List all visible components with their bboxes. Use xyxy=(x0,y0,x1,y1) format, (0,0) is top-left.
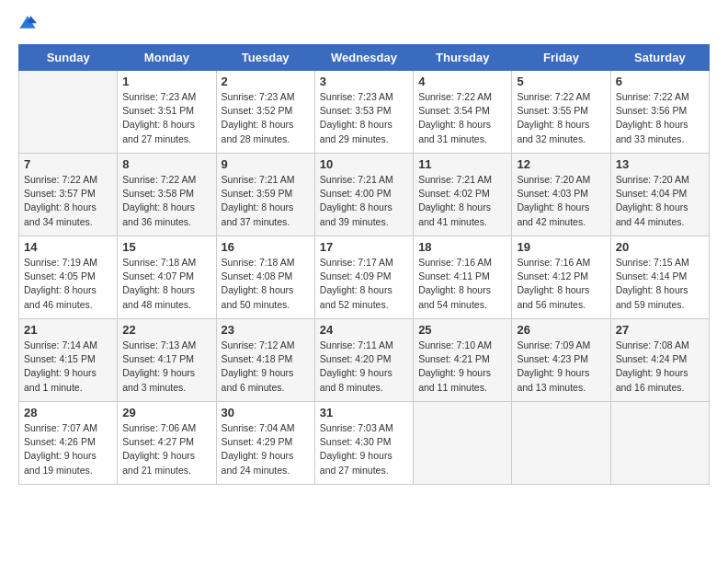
calendar-cell: 29Sunrise: 7:06 AMSunset: 4:27 PMDayligh… xyxy=(118,402,216,485)
cell-info-line: Sunset: 4:17 PM xyxy=(122,353,194,364)
cell-info: Sunrise: 7:14 AMSunset: 4:15 PMDaylight:… xyxy=(24,339,112,395)
cell-info-line: Daylight: 9 hours xyxy=(24,367,97,378)
cell-info: Sunrise: 7:21 AMSunset: 4:00 PMDaylight:… xyxy=(320,173,408,229)
cell-info-line: Daylight: 8 hours xyxy=(222,119,294,130)
cell-info: Sunrise: 7:20 AMSunset: 4:04 PMDaylight:… xyxy=(616,173,704,229)
cell-info: Sunrise: 7:18 AMSunset: 4:08 PMDaylight:… xyxy=(222,256,310,312)
day-number: 24 xyxy=(320,323,408,337)
cell-info-line: Sunset: 4:00 PM xyxy=(320,188,392,199)
day-header-monday: Monday xyxy=(118,45,216,71)
cell-info-line: Sunset: 4:03 PM xyxy=(517,188,588,199)
cell-info-line: and 27 minutes. xyxy=(320,465,389,476)
cell-info: Sunrise: 7:18 AMSunset: 4:07 PMDaylight:… xyxy=(122,256,210,312)
cell-info-line: Sunset: 4:30 PM xyxy=(320,436,392,447)
calendar-cell: 28Sunrise: 7:07 AMSunset: 4:26 PMDayligh… xyxy=(19,402,118,485)
calendar-cell xyxy=(414,402,512,485)
day-number: 11 xyxy=(418,157,506,171)
cell-info-line: Sunrise: 7:18 AM xyxy=(222,257,295,268)
cell-info-line: Sunrise: 7:16 AM xyxy=(517,257,590,268)
cell-info: Sunrise: 7:20 AMSunset: 4:03 PMDaylight:… xyxy=(517,173,605,229)
cell-info-line: and 21 minutes. xyxy=(122,465,191,476)
cell-info-line: Sunset: 4:07 PM xyxy=(122,270,194,282)
calendar-cell: 13Sunrise: 7:20 AMSunset: 4:04 PMDayligh… xyxy=(610,154,709,236)
cell-info-line: Sunset: 3:55 PM xyxy=(517,105,588,116)
cell-info-line: Sunrise: 7:19 AM xyxy=(24,257,97,268)
cell-info-line: and 13 minutes. xyxy=(517,382,586,393)
cell-info: Sunrise: 7:11 AMSunset: 4:20 PMDaylight:… xyxy=(320,339,408,395)
cell-info-line: and 28 minutes. xyxy=(222,133,290,144)
cell-info-line: and 16 minutes. xyxy=(616,382,685,393)
day-number: 29 xyxy=(122,406,210,419)
cell-info-line: Sunset: 3:58 PM xyxy=(122,188,194,199)
day-header-thursday: Thursday xyxy=(414,45,512,71)
week-row-2: 14Sunrise: 7:19 AMSunset: 4:05 PMDayligh… xyxy=(19,236,710,319)
cell-info-line: Sunset: 4:04 PM xyxy=(616,188,688,199)
cell-info-line: Sunset: 4:08 PM xyxy=(222,270,293,282)
calendar-cell: 27Sunrise: 7:08 AMSunset: 4:24 PMDayligh… xyxy=(610,319,709,402)
cell-info: Sunrise: 7:23 AMSunset: 3:51 PMDaylight:… xyxy=(122,90,210,146)
cell-info-line: Daylight: 8 hours xyxy=(418,284,491,295)
cell-info-line: and 19 minutes. xyxy=(24,465,93,476)
day-header-saturday: Saturday xyxy=(610,45,709,71)
cell-info-line: and 44 minutes. xyxy=(616,216,685,227)
calendar-cell: 12Sunrise: 7:20 AMSunset: 4:03 PMDayligh… xyxy=(512,154,610,236)
calendar-cell: 2Sunrise: 7:23 AMSunset: 3:52 PMDaylight… xyxy=(216,71,314,154)
day-number: 8 xyxy=(122,157,210,171)
cell-info: Sunrise: 7:22 AMSunset: 3:54 PMDaylight:… xyxy=(418,90,506,146)
week-row-1: 7Sunrise: 7:22 AMSunset: 3:57 PMDaylight… xyxy=(19,154,710,236)
calendar-cell: 16Sunrise: 7:18 AMSunset: 4:08 PMDayligh… xyxy=(216,236,314,319)
cell-info-line: Sunset: 3:59 PM xyxy=(222,188,293,199)
cell-info-line: Sunrise: 7:22 AM xyxy=(122,174,196,185)
cell-info-line: Sunrise: 7:04 AM xyxy=(222,422,295,433)
cell-info-line: Daylight: 8 hours xyxy=(616,284,688,295)
day-number: 26 xyxy=(517,323,605,337)
cell-info-line: Sunset: 3:56 PM xyxy=(616,105,688,116)
cell-info-line: Daylight: 8 hours xyxy=(122,201,195,213)
cell-info-line: Daylight: 8 hours xyxy=(616,201,688,213)
week-row-4: 28Sunrise: 7:07 AMSunset: 4:26 PMDayligh… xyxy=(19,402,710,485)
cell-info-line: Sunrise: 7:16 AM xyxy=(418,257,492,268)
calendar-cell: 9Sunrise: 7:21 AMSunset: 3:59 PMDaylight… xyxy=(216,154,314,236)
calendar-cell: 25Sunrise: 7:10 AMSunset: 4:21 PMDayligh… xyxy=(414,319,512,402)
day-number: 4 xyxy=(418,75,506,88)
cell-info: Sunrise: 7:23 AMSunset: 3:52 PMDaylight:… xyxy=(222,90,310,146)
cell-info-line: and 27 minutes. xyxy=(122,133,191,144)
cell-info-line: Daylight: 8 hours xyxy=(418,119,491,130)
cell-info-line: Daylight: 9 hours xyxy=(222,450,294,461)
cell-info-line: Sunset: 4:18 PM xyxy=(222,353,293,364)
cell-info-line: Sunset: 4:15 PM xyxy=(24,353,96,364)
day-number: 30 xyxy=(222,406,310,419)
cell-info-line: Daylight: 9 hours xyxy=(222,367,294,378)
cell-info-line: and 29 minutes. xyxy=(320,133,389,144)
calendar-cell: 26Sunrise: 7:09 AMSunset: 4:23 PMDayligh… xyxy=(512,319,610,402)
cell-info-line: Sunrise: 7:23 AM xyxy=(222,91,295,102)
cell-info-line: Sunrise: 7:21 AM xyxy=(222,174,295,185)
day-number: 13 xyxy=(616,157,704,171)
day-number: 18 xyxy=(418,240,506,254)
cell-info-line: Sunset: 3:53 PM xyxy=(320,105,392,116)
day-number: 10 xyxy=(320,157,408,171)
day-header-tuesday: Tuesday xyxy=(216,45,314,71)
cell-info: Sunrise: 7:16 AMSunset: 4:12 PMDaylight:… xyxy=(517,256,605,312)
cell-info: Sunrise: 7:22 AMSunset: 3:55 PMDaylight:… xyxy=(517,90,605,146)
week-row-0: 1Sunrise: 7:23 AMSunset: 3:51 PMDaylight… xyxy=(19,71,710,154)
cell-info: Sunrise: 7:21 AMSunset: 3:59 PMDaylight:… xyxy=(222,173,310,229)
cell-info-line: Sunrise: 7:09 AM xyxy=(517,339,590,350)
cell-info-line: Daylight: 8 hours xyxy=(517,201,589,213)
cell-info-line: Sunset: 3:57 PM xyxy=(24,188,96,199)
day-number: 3 xyxy=(320,75,408,88)
calendar-cell: 17Sunrise: 7:17 AMSunset: 4:09 PMDayligh… xyxy=(314,236,413,319)
cell-info-line: and 3 minutes. xyxy=(122,382,186,393)
calendar-cell: 31Sunrise: 7:03 AMSunset: 4:30 PMDayligh… xyxy=(314,402,413,485)
cell-info-line: Sunset: 4:11 PM xyxy=(418,270,490,282)
cell-info-line: Daylight: 8 hours xyxy=(418,201,491,213)
cell-info-line: Sunset: 4:21 PM xyxy=(418,353,490,364)
cell-info-line: Sunset: 4:09 PM xyxy=(320,270,392,282)
day-number: 23 xyxy=(222,323,310,337)
cell-info-line: Sunrise: 7:12 AM xyxy=(222,339,295,350)
cell-info: Sunrise: 7:03 AMSunset: 4:30 PMDaylight:… xyxy=(320,421,408,477)
calendar-cell: 8Sunrise: 7:22 AMSunset: 3:58 PMDaylight… xyxy=(118,154,216,236)
day-number: 15 xyxy=(122,240,210,254)
cell-info-line: Sunrise: 7:21 AM xyxy=(418,174,492,185)
cell-info-line: Sunset: 4:02 PM xyxy=(418,188,490,199)
